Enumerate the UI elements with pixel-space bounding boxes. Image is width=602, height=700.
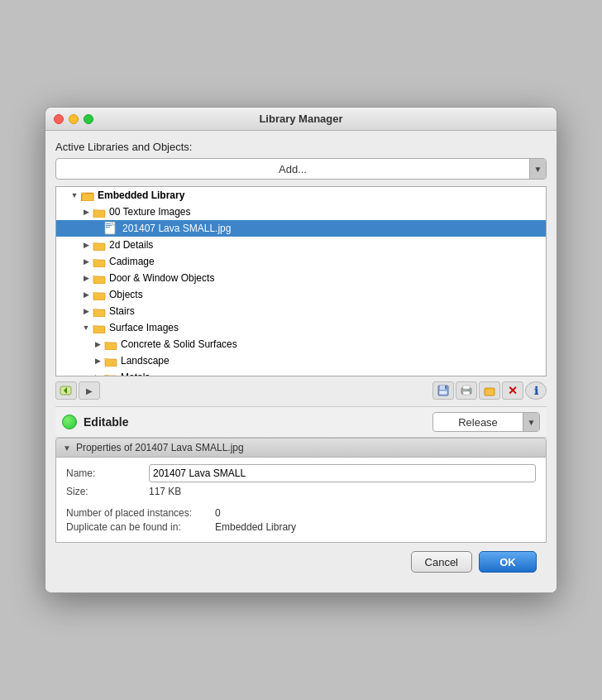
release-label: Release — [433, 416, 523, 429]
tree-label-cadimage: Cadimage — [109, 256, 155, 267]
release-dropdown[interactable]: Release ▼ — [432, 412, 540, 432]
folder-icon-embedded — [81, 190, 94, 201]
toggle-cadimage[interactable] — [81, 257, 91, 266]
tree-label-stairs: Stairs — [109, 305, 135, 317]
svg-rect-49 — [439, 391, 447, 395]
file-icon-lava — [104, 222, 119, 235]
tree-view[interactable]: Embedded Library 00 Texture Images 20140… — [55, 186, 547, 376]
tree-label-landscape: Landscape — [121, 355, 170, 367]
toggle-textures[interactable] — [81, 207, 91, 217]
add-dropdown-label: Add... — [56, 163, 529, 175]
editable-indicator — [62, 415, 77, 429]
svg-rect-25 — [104, 358, 109, 360]
svg-rect-22 — [105, 343, 117, 350]
folder-icon-landscape — [104, 356, 117, 367]
print-icon-button[interactable] — [456, 381, 477, 400]
tree-item-metals[interactable]: Metals — [56, 369, 546, 376]
svg-rect-3 — [93, 210, 105, 218]
tree-item-textures[interactable]: 00 Texture Images — [56, 204, 546, 220]
toolbar-row: ▶ ✕ ℹ — [55, 380, 547, 401]
svg-rect-11 — [93, 242, 98, 244]
svg-rect-20 — [93, 326, 105, 333]
tree-item-surface[interactable]: Surface Images — [56, 319, 546, 336]
tree-item-objects[interactable]: Objects — [56, 286, 546, 303]
toggle-concrete[interactable] — [93, 339, 103, 349]
svg-rect-17 — [93, 292, 98, 294]
svg-point-53 — [468, 390, 470, 391]
back-button[interactable] — [55, 381, 77, 400]
folder-icon-textures — [93, 207, 106, 218]
maximize-button[interactable] — [84, 114, 93, 124]
tree-label-doorwindow: Door & Window Objects — [109, 272, 214, 284]
tree-item-doorwindow[interactable]: Door & Window Objects — [56, 270, 546, 286]
toggle-doorwindow[interactable] — [81, 273, 91, 283]
folder-icon-doorwindow — [93, 273, 106, 284]
toggle-objects[interactable] — [81, 290, 91, 300]
folder-open-icon-button[interactable] — [479, 381, 500, 400]
size-row: Size: 117 KB — [66, 486, 536, 497]
svg-rect-9 — [106, 227, 110, 228]
properties-body: Name: Size: 117 KB Number of placed inst… — [55, 458, 547, 543]
cancel-button[interactable]: Cancel — [411, 551, 472, 573]
tree-item-landscape[interactable]: Landscape — [56, 352, 546, 369]
tree-item-lava[interactable]: 201407 Lava SMALL.jpg — [56, 220, 546, 237]
folder-icon-concrete — [104, 339, 117, 350]
status-left: Editable — [62, 415, 128, 429]
folder-icon-metals — [104, 372, 117, 377]
toggle-embedded[interactable] — [69, 190, 79, 200]
svg-rect-12 — [93, 260, 105, 267]
tree-item-cadimage[interactable]: Cadimage — [56, 253, 546, 270]
svg-rect-7 — [106, 223, 111, 224]
folder-icon-objects — [93, 290, 106, 300]
tree-item-concrete[interactable]: Concrete & Solid Surfaces — [56, 336, 546, 352]
toggle-landscape[interactable] — [93, 356, 103, 366]
toggle-lava — [93, 223, 103, 233]
tree-item-embedded[interactable]: Embedded Library — [56, 187, 546, 204]
name-input[interactable] — [149, 464, 536, 482]
tree-label-concrete: Concrete & Solid Surfaces — [121, 338, 237, 350]
instances-row: Number of placed instances: 0 — [66, 507, 536, 519]
release-dropdown-arrow-icon: ▼ — [523, 413, 539, 431]
toolbar-right: ✕ ℹ — [432, 381, 547, 400]
toolbar-left: ▶ — [55, 381, 100, 400]
title-bar: Library Manager — [45, 108, 557, 131]
svg-rect-15 — [93, 276, 98, 277]
editable-label: Editable — [84, 415, 128, 429]
tree-item-2ddetails[interactable]: 2d Details — [56, 237, 546, 253]
minimize-button[interactable] — [69, 114, 79, 124]
svg-rect-23 — [104, 342, 109, 343]
svg-rect-18 — [93, 309, 105, 317]
window-title: Library Manager — [259, 113, 342, 125]
delete-icon-button[interactable]: ✕ — [502, 381, 523, 400]
svg-rect-14 — [93, 276, 105, 284]
tree-label-2ddetails: 2d Details — [109, 239, 153, 251]
svg-rect-19 — [93, 309, 98, 310]
tree-label-embedded: Embedded Library — [98, 189, 184, 201]
toggle-metals[interactable] — [93, 372, 103, 376]
window-body: Active Libraries and Objects: Add... ▼ E… — [45, 131, 557, 592]
add-dropdown[interactable]: Add... ▼ — [55, 158, 547, 180]
svg-rect-27 — [104, 375, 109, 376]
tree-item-stairs[interactable]: Stairs — [56, 303, 546, 319]
properties-toggle-icon[interactable]: ▼ — [63, 443, 71, 453]
toggle-surface[interactable] — [81, 323, 91, 333]
svg-rect-2 — [82, 194, 93, 201]
save-icon-button[interactable] — [432, 381, 454, 400]
svg-rect-51 — [463, 386, 470, 389]
close-button[interactable] — [54, 114, 64, 124]
tree-label-lava: 201407 Lava SMALL.jpg — [122, 223, 231, 234]
size-label: Size: — [66, 486, 149, 497]
instances-label: Number of placed instances: — [66, 507, 215, 519]
svg-rect-24 — [105, 359, 117, 367]
info-icon-button[interactable]: ℹ — [525, 381, 547, 400]
library-manager-window: Library Manager Active Libraries and Obj… — [45, 107, 557, 593]
toggle-stairs[interactable] — [81, 306, 91, 316]
status-bar: Editable Release ▼ — [55, 406, 547, 438]
duplicate-row: Duplicate can be found in: Embedded Libr… — [66, 521, 536, 533]
svg-rect-55 — [485, 388, 489, 390]
ok-button[interactable]: OK — [479, 551, 537, 573]
tree-label-metals: Metals — [121, 372, 150, 376]
expand-button[interactable]: ▶ — [79, 381, 100, 400]
toggle-2ddetails[interactable] — [81, 240, 91, 250]
active-libraries-label: Active Libraries and Objects: — [55, 141, 547, 153]
